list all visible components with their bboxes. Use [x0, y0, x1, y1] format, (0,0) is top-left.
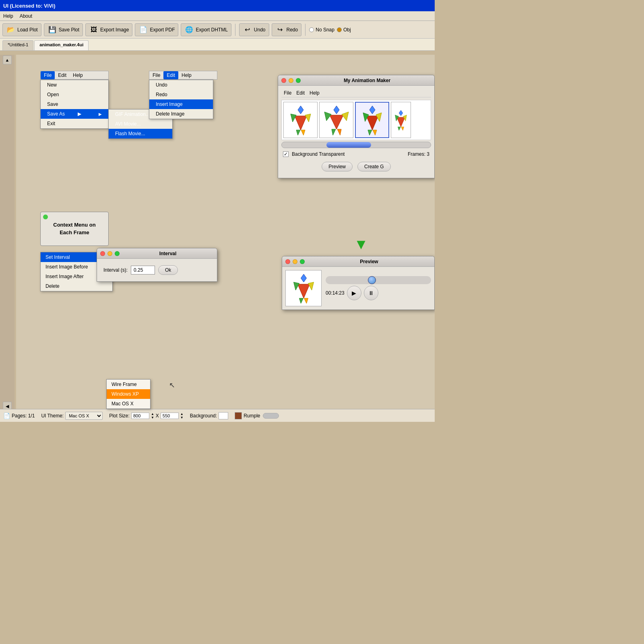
- play-button[interactable]: ▶: [347, 286, 361, 300]
- bg-transparent-checkbox[interactable]: ✓: [283, 151, 289, 157]
- frame-2[interactable]: [319, 102, 353, 138]
- left-help-menu[interactable]: Help: [70, 71, 86, 79]
- svg-marker-18: [399, 110, 403, 116]
- preview-slider[interactable]: [326, 276, 431, 284]
- export-image-label: Export Image: [100, 27, 129, 33]
- edit-undo[interactable]: Undo: [149, 80, 213, 90]
- left-edit-menu[interactable]: Edit: [55, 71, 70, 79]
- svg-marker-11: [337, 129, 341, 135]
- redo-button[interactable]: ↪ Redo: [272, 23, 302, 36]
- window-maximize-btn[interactable]: [296, 78, 301, 83]
- right-help-menu[interactable]: Help: [178, 71, 195, 79]
- rumple-slider[interactable]: [263, 413, 279, 419]
- animation-maker-title: My Animation Maker: [303, 78, 431, 83]
- preview-close-btn[interactable]: [285, 259, 290, 264]
- interval-input[interactable]: [131, 266, 155, 275]
- no-snap-radio[interactable]: No Snap: [309, 27, 334, 33]
- plot-size-y-input[interactable]: [161, 413, 179, 419]
- animation-maker-titlebar: My Animation Maker: [278, 75, 434, 86]
- export-image-button[interactable]: 🖼 Export Image: [85, 23, 132, 36]
- export-dhtml-button[interactable]: 🌐 Export DHTML: [181, 23, 231, 36]
- obj-radio-btn: [337, 27, 342, 32]
- rumple-color-swatch: [235, 412, 242, 419]
- edit-insert-image[interactable]: Insert Image: [149, 99, 213, 109]
- window-minimize-btn[interactable]: [289, 78, 293, 83]
- toolbar-separator-2: [305, 24, 305, 36]
- preview-inner: 00:14:23 ▶ ⏸: [285, 270, 431, 306]
- context-green-dot: [43, 215, 48, 219]
- right-edit-menu[interactable]: Edit: [163, 71, 178, 79]
- svg-marker-6: [334, 106, 339, 114]
- anim-edit-menu[interactable]: Edit: [296, 90, 305, 96]
- interval-maximize-btn[interactable]: [115, 251, 120, 256]
- frames-container: [281, 100, 431, 140]
- menu-item-help[interactable]: Help: [3, 13, 13, 19]
- plot-size-y-arrows: ▲▼: [180, 412, 184, 419]
- animation-maker-window: My Animation Maker File Edit Help: [278, 75, 435, 178]
- background-label: Background:: [190, 413, 217, 419]
- tab-animation-maker[interactable]: animation_maker.4ui: [34, 40, 89, 50]
- arrow-down-icon: ▼: [354, 236, 368, 253]
- no-snap-radio-btn: [309, 27, 314, 32]
- no-snap-label: No Snap: [316, 27, 334, 33]
- ctx-delete[interactable]: Delete: [41, 281, 112, 291]
- context-frame-label: Context Menu on Each Frame: [53, 221, 95, 236]
- pages-item: 📄 Pages: 1/1: [3, 413, 35, 419]
- pause-button[interactable]: ⏸: [364, 286, 378, 300]
- frame-4[interactable]: [391, 102, 411, 138]
- context-frame-box: Context Menu on Each Frame: [40, 212, 109, 246]
- frame-4-figure: [391, 104, 411, 136]
- ui-theme-label: UI Theme:: [41, 413, 64, 419]
- tab-untitled[interactable]: *Untitled-1: [2, 40, 33, 50]
- pages-icon: 📄: [3, 413, 10, 419]
- menu-save-as[interactable]: Save As ▶ GIF Animation... AVI Movie... …: [41, 109, 108, 119]
- theme-mac-os-x[interactable]: Mac OS X: [107, 399, 150, 409]
- file-dropdown: New Open Save Save As ▶ GIF Animation...…: [40, 80, 109, 129]
- undo-button[interactable]: ↩ Undo: [239, 23, 269, 36]
- obj-radio[interactable]: Obj: [337, 27, 351, 33]
- interval-minimize-btn[interactable]: [107, 251, 112, 256]
- export-pdf-button[interactable]: 📄 Export PDF: [135, 23, 178, 36]
- scroll-up-arrow[interactable]: ▲: [3, 56, 12, 64]
- interval-ok-button[interactable]: Ok: [158, 265, 178, 275]
- svg-marker-23: [401, 127, 404, 130]
- frame-3[interactable]: [355, 102, 389, 138]
- edit-redo[interactable]: Redo: [149, 90, 213, 99]
- preview-minimize-btn[interactable]: [293, 259, 297, 264]
- frame-1-figure: [287, 104, 315, 136]
- submenu-flash[interactable]: Flash Movie...: [109, 129, 172, 138]
- menu-item-about[interactable]: About: [20, 13, 32, 19]
- anim-help-menu[interactable]: Help: [310, 90, 320, 96]
- theme-wire-frame[interactable]: Wire Frame: [107, 380, 150, 389]
- frame-1[interactable]: [283, 102, 318, 138]
- window-close-btn[interactable]: [281, 78, 286, 83]
- save-plot-button[interactable]: 💾 Save Plot: [44, 23, 83, 36]
- create-g-button[interactable]: Create G: [357, 162, 391, 171]
- menu-open[interactable]: Open: [41, 90, 108, 99]
- theme-windows-xp[interactable]: Windows XP: [107, 389, 150, 399]
- submenu-avi[interactable]: AVI Movie...: [109, 119, 172, 129]
- right-file-menu[interactable]: File: [149, 71, 163, 79]
- preview-maximize-btn[interactable]: [300, 259, 305, 264]
- background-color-swatch[interactable]: [219, 412, 228, 419]
- canvas-area: File Edit Help New Open Save Save As ▶ G…: [16, 55, 435, 422]
- menu-exit[interactable]: Exit: [41, 119, 108, 128]
- animation-maker-menubar: File Edit Help: [281, 89, 431, 97]
- plot-size-x-input[interactable]: [131, 413, 149, 419]
- interval-close-btn[interactable]: [100, 251, 105, 256]
- frames-scrollbar[interactable]: [281, 142, 431, 148]
- svg-marker-17: [373, 130, 377, 135]
- ui-theme-select[interactable]: Mac OS X Windows XP Wire Frame: [65, 412, 103, 420]
- menu-new[interactable]: New: [41, 80, 108, 90]
- load-plot-button[interactable]: 📂 Load Plot: [2, 23, 41, 36]
- anim-file-menu[interactable]: File: [284, 90, 291, 96]
- svg-marker-19: [397, 117, 405, 127]
- edit-delete-image[interactable]: Delete Image: [149, 109, 213, 119]
- menu-save[interactable]: Save: [41, 99, 108, 109]
- frames-count: Frames: 3: [408, 151, 429, 157]
- preview-controls-area: 00:14:23 ▶ ⏸: [326, 276, 431, 300]
- redo-icon: ↪: [275, 25, 285, 35]
- svg-marker-29: [304, 298, 308, 303]
- left-file-menu[interactable]: File: [41, 71, 55, 79]
- preview-button[interactable]: Preview: [322, 162, 353, 171]
